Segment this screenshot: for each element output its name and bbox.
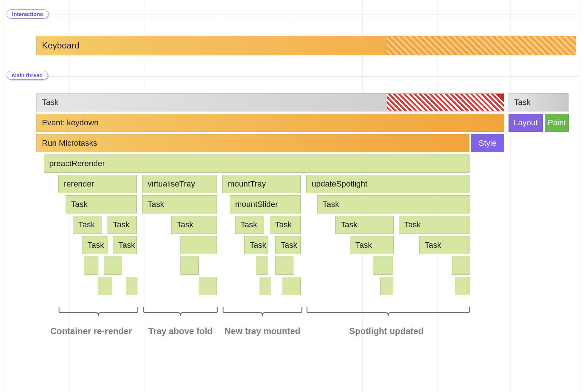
call-bar-r8-d[interactable]: [256, 256, 268, 275]
call-bar-r9-c[interactable]: [199, 277, 217, 295]
update-spotlight-bar[interactable]: updateSpotlight: [306, 175, 470, 193]
paint-label: Paint: [548, 118, 566, 128]
task-bar-r6-d[interactable]: Task: [235, 216, 264, 234]
interactions-section-label: Interactions: [7, 9, 48, 19]
task-label: Task: [78, 220, 95, 230]
rerender-bar[interactable]: rerender: [58, 175, 137, 193]
task-bar-r6-c[interactable]: Task: [171, 216, 217, 234]
task-label: Task: [323, 200, 339, 209]
task-bar-r7-d[interactable]: Task: [244, 236, 268, 254]
virtualise-tray-label: virtualiseTray: [148, 179, 195, 189]
call-bar-r9-a[interactable]: [98, 277, 112, 295]
long-task-bar[interactable]: Task: [36, 93, 504, 111]
task-label: Task: [341, 220, 357, 230]
task-bar-r6-g[interactable]: Task: [399, 216, 470, 234]
task-bar-r5-c[interactable]: Task: [317, 195, 470, 213]
call-bar-r8-b[interactable]: [104, 256, 122, 275]
interaction-keyboard-bar[interactable]: Keyboard: [36, 36, 576, 55]
call-bar-r9-e[interactable]: [283, 277, 301, 295]
mount-slider-bar[interactable]: mountSlider: [230, 195, 301, 213]
interactions-rule: [4, 15, 580, 15]
brace-spotlight-updated: [306, 306, 470, 321]
run-microtasks-label: Run Microtasks: [42, 138, 97, 148]
task-bar-r7-f[interactable]: Task: [350, 236, 394, 254]
second-task-label: Task: [514, 98, 530, 107]
long-task-warning-hatch: [387, 94, 504, 111]
task-bar-r6-b[interactable]: Task: [108, 216, 137, 234]
style-bar[interactable]: Style: [471, 134, 504, 152]
paint-bar[interactable]: Paint: [545, 114, 569, 132]
rerender-label: rerender: [64, 179, 94, 189]
task-label: Task: [87, 240, 104, 250]
task-bar-r6-f[interactable]: Task: [335, 216, 394, 234]
annotation-tray-above-fold: Tray above fold: [144, 326, 217, 336]
second-task-bar[interactable]: Task: [509, 93, 569, 111]
task-bar-r6-e[interactable]: Task: [270, 216, 301, 234]
task-bar-r7-b[interactable]: Task: [113, 236, 137, 254]
interaction-keyboard-delay-hatch: [387, 36, 576, 55]
layout-label: Layout: [514, 118, 538, 128]
brace-container-rerender: [58, 306, 139, 321]
task-bar-r7-e[interactable]: Task: [275, 236, 301, 254]
long-task-label: Task: [42, 98, 58, 107]
update-spotlight-label: updateSpotlight: [312, 179, 367, 189]
annotation-spotlight-updated: Spotlight updated: [332, 326, 441, 336]
task-bar-r7-g[interactable]: Task: [419, 236, 470, 254]
mount-slider-label: mountSlider: [235, 200, 278, 209]
task-label: Task: [118, 240, 135, 250]
event-keydown-label: Event: keydown: [42, 118, 98, 128]
task-label: Task: [275, 220, 292, 230]
virtualise-tray-bar[interactable]: virtualiseTray: [142, 175, 217, 193]
interaction-keyboard-label: Keyboard: [42, 40, 79, 51]
task-label: Task: [355, 240, 372, 250]
main-thread-rule: [4, 76, 580, 77]
call-bar-r7-c[interactable]: [180, 236, 217, 254]
event-keydown-bar[interactable]: Event: keydown: [36, 114, 504, 132]
style-label: Style: [479, 138, 497, 148]
task-label: Task: [148, 200, 164, 209]
task-label: Task: [250, 240, 266, 250]
task-bar-r5-b[interactable]: Task: [142, 195, 217, 213]
task-bar-r6-a[interactable]: Task: [73, 216, 102, 234]
mount-tray-bar[interactable]: mountTray: [222, 175, 301, 193]
call-bar-r8-g[interactable]: [452, 256, 470, 275]
call-bar-r9-f[interactable]: [380, 277, 393, 295]
brace-tray-above-fold: [143, 306, 218, 321]
task-label: Task: [281, 240, 297, 250]
task-label: Task: [71, 200, 87, 209]
preact-rerender-bar[interactable]: preactRerender: [44, 154, 470, 173]
mount-tray-label: mountTray: [228, 179, 266, 189]
annotation-new-tray-mounted: New tray mounted: [219, 326, 306, 336]
task-bar-r7-a[interactable]: Task: [82, 236, 108, 254]
layout-bar[interactable]: Layout: [509, 114, 543, 132]
call-bar-r9-d[interactable]: [260, 277, 270, 295]
task-label: Task: [425, 240, 441, 250]
call-bar-r8-e[interactable]: [275, 256, 293, 275]
task-label: Task: [177, 220, 193, 230]
preact-rerender-label: preactRerender: [49, 159, 105, 168]
call-bar-r8-f[interactable]: [373, 256, 393, 275]
annotation-container-rerender: Container re-render: [40, 326, 142, 336]
call-bar-r8-a[interactable]: [84, 256, 98, 275]
call-bar-r9-g[interactable]: [455, 277, 470, 295]
long-task-warning-icon: [495, 94, 504, 102]
run-microtasks-bar[interactable]: Run Microtasks: [36, 134, 470, 152]
main-thread-section-label: Main thread: [7, 71, 48, 80]
task-bar-r5-a[interactable]: Task: [66, 195, 137, 213]
task-label: Task: [113, 220, 129, 230]
brace-new-tray-mounted: [222, 306, 303, 321]
call-bar-r8-c[interactable]: [180, 256, 199, 275]
call-bar-r9-b[interactable]: [126, 277, 137, 295]
task-label: Task: [404, 220, 421, 230]
task-label: Task: [241, 220, 257, 230]
